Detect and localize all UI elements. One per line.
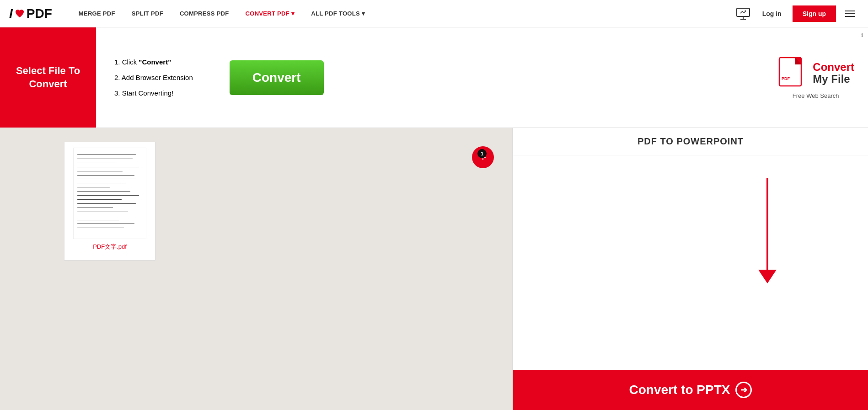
sidebar-content xyxy=(513,155,868,370)
step2-normal: Browser Extension xyxy=(136,74,193,81)
nav-split[interactable]: SPLIT PDF xyxy=(123,10,171,17)
ad-logo-sub: Free Web Search xyxy=(793,92,839,99)
preview-line-0 xyxy=(77,154,136,155)
preview-line-18 xyxy=(77,228,124,228)
arrow-down xyxy=(758,178,777,283)
file-preview xyxy=(73,148,146,239)
header: I PDF MERGE PDF SPLIT PDF COMPRESS PDF C… xyxy=(0,0,868,27)
ad-convert-button[interactable]: Convert xyxy=(230,60,324,95)
convert-arrow-icon: ➔ xyxy=(740,385,747,395)
convert-btn-label: Convert to PPTX xyxy=(629,383,730,397)
heart-icon xyxy=(14,8,26,20)
file-card[interactable]: PDF文字.pdf xyxy=(64,142,155,261)
ad-info-icon[interactable]: ℹ xyxy=(861,32,863,38)
select-file-button[interactable]: Select File To Convert xyxy=(0,27,96,128)
step1-highlight: "Convert" xyxy=(139,58,171,66)
preview-line-9 xyxy=(77,191,130,192)
pdf-icon: PDF xyxy=(777,56,809,91)
main-layout: 1 + PDF文字.pdf PDF TO POWERPOINT Convert … xyxy=(0,128,868,410)
content-area: 1 + PDF文字.pdf xyxy=(0,128,512,410)
header-right: Log in Sign up xyxy=(735,5,859,22)
preview-line-8 xyxy=(77,187,110,187)
main-nav: MERGE PDF SPLIT PDF COMPRESS PDF CONVERT… xyxy=(70,10,735,17)
nav-convert[interactable]: CONVERT PDF ▾ xyxy=(237,10,303,17)
preview-line-12 xyxy=(77,203,136,204)
ad-logo-myfile: My File xyxy=(813,73,854,85)
preview-line-1 xyxy=(77,159,133,159)
preview-line-6 xyxy=(77,179,137,179)
file-name: PDF文字.pdf xyxy=(93,243,127,251)
step1-prefix: 1. Click xyxy=(114,58,139,66)
ad-steps: 1. Click "Convert" 2. Add Browser Extens… xyxy=(96,53,211,102)
convert-to-pptx-button[interactable]: Convert to PPTX ➔ xyxy=(513,370,868,410)
preview-line-11 xyxy=(77,199,122,200)
preview-line-16 xyxy=(77,220,119,220)
monitor-icon[interactable] xyxy=(735,5,751,22)
preview-line-3 xyxy=(77,167,139,167)
step3: 3. Start Converting! xyxy=(114,86,193,100)
preview-line-17 xyxy=(77,224,134,224)
preview-line-7 xyxy=(77,183,126,183)
add-files-button[interactable]: 1 + xyxy=(472,146,494,168)
ad-right-logo: PDF Convert My File Free Web Search xyxy=(763,47,868,108)
nav-compress[interactable]: COMPRESS PDF xyxy=(171,10,237,17)
preview-line-4 xyxy=(77,171,123,171)
convert-circle-icon: ➔ xyxy=(735,382,752,398)
preview-line-14 xyxy=(77,212,128,212)
preview-line-13 xyxy=(77,208,113,208)
preview-line-15 xyxy=(77,216,138,216)
ad-logo-area: PDF Convert My File Free Web Search xyxy=(777,56,854,99)
preview-line-5 xyxy=(77,175,134,176)
ad-logo-convert: Convert xyxy=(813,61,854,73)
nav-all-tools[interactable]: ALL PDF TOOLS ▾ xyxy=(303,10,373,17)
preview-line-19 xyxy=(77,232,107,232)
logo-pdf: PDF xyxy=(27,6,52,21)
preview-line-2 xyxy=(77,163,116,163)
right-sidebar: PDF TO POWERPOINT Convert to PPTX ➔ xyxy=(512,128,868,410)
step2-prefix: 2. Add xyxy=(114,74,136,81)
hamburger-menu[interactable] xyxy=(841,7,859,21)
preview-line-10 xyxy=(77,195,139,196)
logo-i: I xyxy=(9,6,13,21)
nav-merge[interactable]: MERGE PDF xyxy=(70,10,123,17)
signup-button[interactable]: Sign up xyxy=(793,5,836,22)
logo[interactable]: I PDF xyxy=(9,6,52,21)
login-button[interactable]: Log in xyxy=(757,7,787,20)
svg-text:PDF: PDF xyxy=(782,76,790,81)
ad-banner: Select File To Convert 1. Click "Convert… xyxy=(0,27,868,128)
sidebar-title: PDF TO POWERPOINT xyxy=(513,128,868,155)
